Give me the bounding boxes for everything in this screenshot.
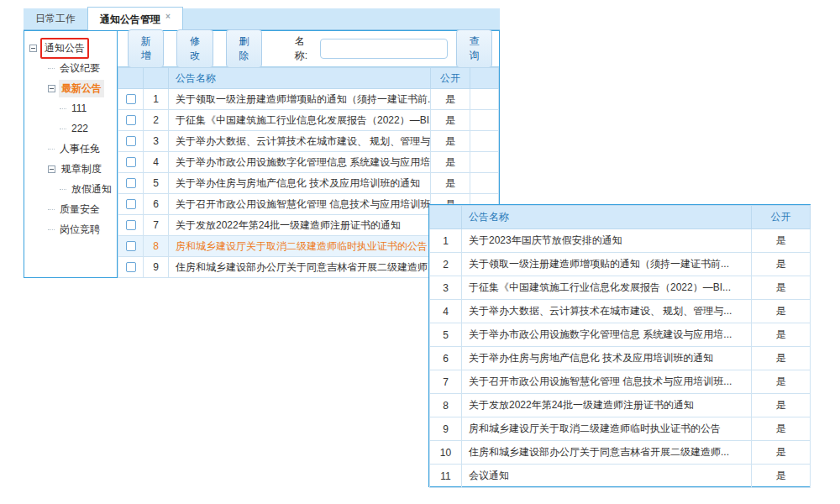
tab-close-icon[interactable]: × bbox=[165, 12, 171, 21]
public-flag: 是 bbox=[752, 394, 811, 417]
tree-item[interactable]: 岗位竞聘 bbox=[29, 219, 117, 239]
row-index: 4 bbox=[144, 152, 169, 173]
extra-cell bbox=[470, 173, 499, 194]
row-checkbox[interactable] bbox=[126, 157, 136, 167]
checkbox-cell bbox=[118, 215, 144, 236]
row-checkbox[interactable] bbox=[126, 115, 136, 125]
table-row[interactable]: 4关于举办大数据、云计算技术在城市建设、 规划、管理与...是 bbox=[430, 300, 811, 323]
delete-button[interactable]: 删除 bbox=[226, 29, 262, 68]
row-index: 1 bbox=[430, 229, 462, 253]
checkbox-cell bbox=[118, 257, 144, 278]
announcement-name: 关于领取一级注册建造师增项贴的通知（须持一建证书前... bbox=[169, 89, 431, 110]
row-index: 6 bbox=[144, 194, 169, 215]
public-flag: 是 bbox=[752, 417, 811, 441]
public-flag: 是 bbox=[752, 347, 811, 370]
announcement-name: 关于举办市政公用设施数字化管理信息 系统建设与应用培... bbox=[169, 152, 431, 173]
row-checkbox[interactable] bbox=[126, 94, 136, 104]
extra-cell bbox=[470, 110, 499, 131]
table-row[interactable]: 3于征集《中国建筑施工行业信息化发展报告（2022）—BI...是 bbox=[430, 276, 811, 300]
checkbox-cell bbox=[118, 152, 144, 173]
row-index: 8 bbox=[144, 236, 169, 257]
tree-connector bbox=[60, 108, 66, 109]
row-index: 2 bbox=[430, 253, 462, 276]
table-row[interactable]: 3关于举办大数据、云计算技术在城市建设、 规划、管理与...是 bbox=[118, 131, 499, 152]
add-button[interactable]: 新增 bbox=[128, 29, 164, 68]
tree-root-notice[interactable]: 通知公告 bbox=[29, 38, 117, 58]
table-row[interactable]: 10住房和城乡建设部办公厅关于同意吉林省开展二级建造师...是 bbox=[430, 441, 811, 465]
public-flag: 是 bbox=[752, 441, 811, 465]
announcement-name: 关于举办大数据、云计算技术在城市建设、 规划、管理与... bbox=[169, 131, 431, 152]
table-row[interactable]: 5关于举办市政公用设施数字化管理信息 系统建设与应用培...是 bbox=[430, 323, 811, 347]
row-checkbox[interactable] bbox=[126, 241, 136, 251]
table-row[interactable]: 1关于2023年国庆节放假安排的通知是 bbox=[430, 229, 811, 253]
table-row[interactable]: 4关于举办市政公用设施数字化管理信息 系统建设与应用培...是 bbox=[118, 152, 499, 173]
tree-item[interactable]: 会议纪要 bbox=[29, 58, 117, 78]
row-index: 11 bbox=[430, 465, 462, 488]
row-index: 1 bbox=[144, 89, 169, 110]
tab-notice-management[interactable]: 通知公告管理× bbox=[87, 7, 183, 30]
tree-item[interactable]: 111 bbox=[29, 98, 117, 118]
announcement-name: 关于举办大数据、云计算技术在城市建设、 规划、管理与... bbox=[462, 300, 752, 323]
tree-item[interactable]: 最新公告 bbox=[29, 78, 117, 98]
row-checkbox[interactable] bbox=[126, 199, 136, 209]
row-index: 5 bbox=[430, 323, 462, 347]
public-flag: 是 bbox=[431, 152, 470, 173]
table-header-row: 公告名称 公开 bbox=[118, 68, 499, 89]
tree-item[interactable]: 人事任免 bbox=[29, 139, 117, 159]
search-button[interactable]: 查询 bbox=[456, 29, 492, 68]
table-row[interactable]: 7关于召开市政公用设施智慧化管理 信息技术与应用培训班...是 bbox=[430, 370, 811, 394]
tree-root-label: 通知公告 bbox=[40, 38, 89, 59]
row-index: 5 bbox=[144, 173, 169, 194]
announcement-name: 关于领取一级注册建造师增项贴的通知（须持一建证书前... bbox=[462, 253, 752, 276]
public-flag: 是 bbox=[431, 131, 470, 152]
table-row[interactable]: 6关于举办住房与房地产信息化 技术及应用培训班的通知是 bbox=[430, 347, 811, 370]
tree-item-label: 222 bbox=[69, 121, 91, 136]
table-row[interactable]: 1关于领取一级注册建造师增项贴的通知（须持一建证书前...是 bbox=[118, 89, 499, 110]
col-header-extra bbox=[470, 68, 499, 89]
tab-daily-work[interactable]: 日常工作 bbox=[24, 8, 87, 29]
col-header-name: 公告名称 bbox=[169, 68, 431, 89]
collapse-icon[interactable] bbox=[48, 165, 55, 173]
row-checkbox[interactable] bbox=[126, 136, 136, 146]
table-row[interactable]: 2于征集《中国建筑施工行业信息化发展报告（2022）—BI...是 bbox=[118, 110, 499, 131]
overlay-table: 公告名称 公开 1关于2023年国庆节放假安排的通知是2关于领取一级注册建造师增… bbox=[429, 205, 811, 488]
name-filter-input[interactable] bbox=[320, 39, 448, 59]
announcement-name: 关于举办住房与房地产信息化 技术及应用培训班的通知 bbox=[169, 173, 431, 194]
row-index: 7 bbox=[144, 215, 169, 236]
announcement-name: 关于发放2022年第24批一级建造师注册证书的通知 bbox=[462, 394, 752, 417]
tree-item-label: 质量安全 bbox=[57, 201, 102, 218]
tree-connector bbox=[48, 68, 55, 69]
collapse-icon[interactable] bbox=[29, 45, 37, 52]
announcement-name: 房和城乡建设厅关于取消二级建造师临时执业证书的公告 bbox=[462, 417, 752, 441]
table-row[interactable]: 8关于发放2022年第24批一级建造师注册证书的通知是 bbox=[430, 394, 811, 417]
announcement-name: 关于召开市政公用设施智慧化管理 信息技术与应用培训班... bbox=[462, 370, 752, 394]
row-checkbox[interactable] bbox=[126, 262, 136, 272]
announcement-name: 住房和城乡建设部办公厅关于同意吉林省开展二级建造师... bbox=[169, 257, 431, 278]
edit-button[interactable]: 修改 bbox=[176, 29, 213, 68]
tree-item[interactable]: 放假通知 bbox=[29, 179, 117, 199]
table-row[interactable]: 9房和城乡建设厅关于取消二级建造师临时执业证书的公告是 bbox=[430, 417, 811, 441]
tree-item[interactable]: 规章制度 bbox=[29, 159, 117, 179]
extra-cell bbox=[470, 152, 499, 173]
tree-connector bbox=[48, 149, 55, 150]
collapse-icon[interactable] bbox=[48, 85, 55, 92]
row-checkbox[interactable] bbox=[126, 178, 136, 188]
tab-label: 日常工作 bbox=[35, 13, 76, 24]
row-index: 4 bbox=[430, 300, 462, 323]
table-row[interactable]: 11会议通知是 bbox=[430, 465, 811, 488]
row-index: 2 bbox=[144, 110, 169, 131]
row-checkbox[interactable] bbox=[126, 220, 136, 230]
table-row[interactable]: 2关于领取一级注册建造师增项贴的通知（须持一建证书前...是 bbox=[430, 253, 811, 276]
row-index: 6 bbox=[430, 347, 462, 370]
checkbox-cell bbox=[118, 89, 144, 110]
tree-item[interactable]: 222 bbox=[29, 118, 117, 139]
col-header-index bbox=[144, 68, 169, 89]
tree-item-label: 会议纪要 bbox=[57, 60, 102, 77]
public-flag: 是 bbox=[752, 229, 811, 253]
tree-item[interactable]: 质量安全 bbox=[29, 199, 117, 219]
extra-cell bbox=[470, 89, 499, 110]
name-filter-label: 名称: bbox=[295, 34, 313, 63]
table-row[interactable]: 5关于举办住房与房地产信息化 技术及应用培训班的通知是 bbox=[118, 173, 499, 194]
row-index: 9 bbox=[430, 417, 462, 441]
checkbox-cell bbox=[118, 236, 144, 257]
